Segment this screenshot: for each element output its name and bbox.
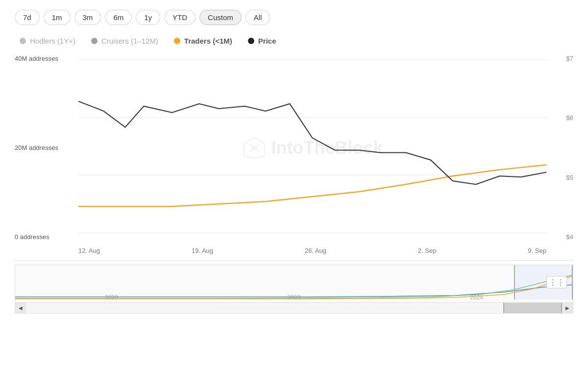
chart-legend: Hodlers (1Y+)Cruisers (1–12M)Traders (<1…	[15, 37, 573, 45]
legend-dot-cruisers	[91, 38, 98, 44]
y-right-label-0: $7	[566, 55, 573, 62]
y-axis-right: $7$6$5$4	[549, 55, 573, 241]
navigator[interactable]: 202020222024 ⋮⋮ ◀ ▶	[15, 265, 573, 314]
time-filter-7d[interactable]: 7d	[15, 10, 40, 25]
main-container: 7d1m3m6m1yYTDCustomAll Hodlers (1Y+)Crui…	[0, 0, 588, 392]
nav-handle-icon[interactable]: ⋮⋮	[546, 276, 567, 289]
navigator-scrollbar: ◀ ▶	[15, 302, 573, 313]
navigator-svg	[15, 265, 573, 299]
nav-range-handle[interactable]: ⋮⋮	[514, 265, 573, 299]
legend-item-price[interactable]: Price	[248, 37, 276, 45]
chart-svg	[78, 55, 546, 241]
legend-item-traders[interactable]: Traders (<1M)	[174, 37, 232, 45]
legend-dot-price	[248, 38, 254, 44]
time-filter-all[interactable]: All	[245, 10, 270, 25]
x-label-0: 12. Aug	[78, 247, 100, 254]
time-filter-bar: 7d1m3m6m1yYTDCustomAll	[15, 10, 573, 25]
y-right-label-3: $4	[566, 233, 573, 241]
price-line	[78, 101, 546, 185]
legend-item-hodlers[interactable]: Hodlers (1Y+)	[20, 37, 75, 45]
legend-label-price: Price	[258, 37, 276, 45]
y-axis-left: 40M addresses20M addresses0 addresses	[15, 55, 78, 241]
scroll-thumb[interactable]	[503, 303, 562, 313]
legend-dot-hodlers	[20, 38, 26, 44]
scroll-right-button[interactable]: ▶	[562, 303, 573, 314]
y-right-label-1: $6	[566, 114, 573, 122]
time-filter-6m[interactable]: 6m	[105, 10, 132, 25]
time-filter-1y[interactable]: 1y	[136, 10, 160, 25]
x-label-1: 19. Aug	[192, 247, 213, 254]
legend-label-cruisers: Cruisers (1–12M)	[101, 37, 158, 45]
y-left-label-2: 0 addresses	[15, 233, 78, 241]
time-filter-ytd[interactable]: YTD	[164, 10, 196, 25]
x-axis: 12. Aug19. Aug26. Aug2. Sep9. Sep	[78, 241, 546, 260]
legend-dot-traders	[174, 38, 180, 44]
y-right-label-2: $5	[566, 174, 573, 181]
navigator-inner: ⋮⋮	[15, 265, 573, 299]
time-filter-custom[interactable]: Custom	[199, 10, 242, 25]
legend-item-cruisers[interactable]: Cruisers (1–12M)	[91, 37, 158, 45]
time-filter-3m[interactable]: 3m	[74, 10, 101, 25]
scroll-left-button[interactable]: ◀	[15, 303, 26, 314]
x-label-3: 2. Sep	[418, 247, 437, 254]
y-left-label-0: 40M addresses	[15, 55, 78, 62]
traders-line	[78, 165, 546, 206]
legend-label-traders: Traders (<1M)	[184, 37, 232, 45]
main-chart-area: 40M addresses20M addresses0 addresses $7…	[15, 55, 573, 261]
time-filter-1m[interactable]: 1m	[44, 10, 71, 25]
x-label-4: 9. Sep	[528, 247, 546, 254]
scroll-track[interactable]	[26, 303, 562, 313]
legend-label-hodlers: Hodlers (1Y+)	[30, 37, 75, 45]
y-left-label-1: 20M addresses	[15, 144, 78, 151]
chart-svg-container: IntoTheBlock	[78, 55, 546, 241]
x-label-2: 26. Aug	[305, 247, 326, 254]
